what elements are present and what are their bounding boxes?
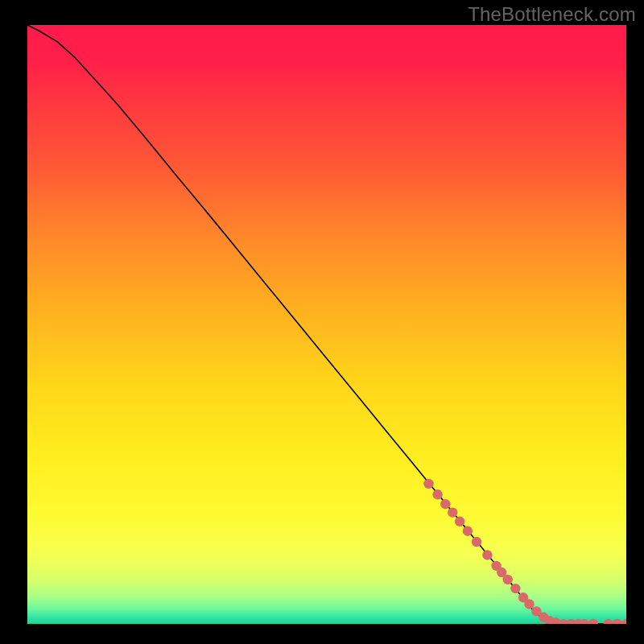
plot-area	[27, 25, 626, 624]
data-marker	[448, 507, 457, 517]
data-marker	[463, 526, 473, 535]
data-marker	[502, 575, 512, 584]
watermark-text: TheBottleneck.com	[468, 3, 636, 26]
data-marker	[510, 584, 520, 593]
data-marker	[472, 537, 481, 547]
data-marker	[482, 550, 492, 559]
data-marker	[423, 479, 433, 489]
data-marker	[455, 517, 464, 526]
chart-svg	[27, 25, 626, 624]
data-marker	[440, 499, 450, 509]
data-marker	[432, 489, 442, 499]
chart-frame: TheBottleneck.com	[0, 0, 644, 644]
data-marker	[524, 599, 534, 609]
gradient-background	[27, 25, 626, 624]
